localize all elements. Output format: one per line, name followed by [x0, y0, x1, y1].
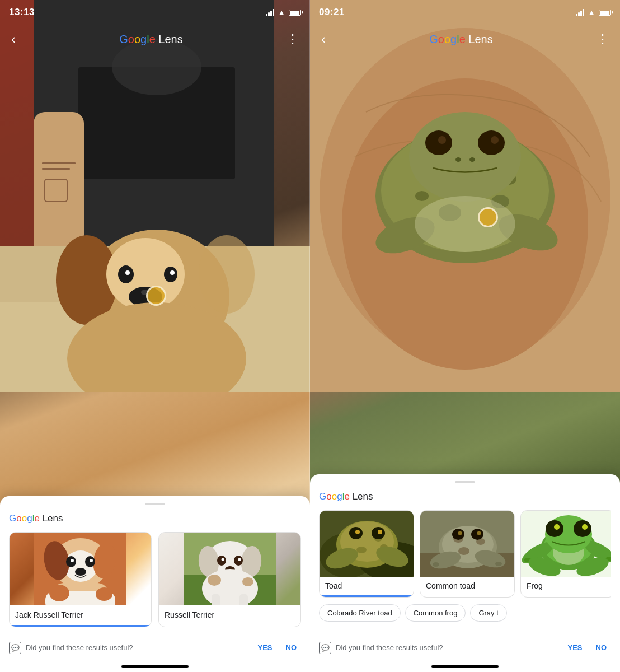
right-back-button[interactable]: ‹: [319, 29, 328, 49]
chip-common-frog[interactable]: Common frog: [405, 604, 466, 622]
right-more-button[interactable]: ⋮: [594, 30, 611, 49]
right-toad-results-row: Toad: [319, 510, 611, 598]
svg-point-101: [495, 562, 502, 566]
frog-image: [521, 511, 611, 577]
svg-point-28: [71, 559, 74, 562]
svg-point-63: [425, 130, 452, 155]
left-status-icons: ▲: [266, 8, 301, 17]
left-feedback-yes[interactable]: YES: [253, 641, 276, 654]
svg-point-115: [554, 524, 560, 530]
jack-russell-label: Jack Russell Terrier: [10, 605, 151, 627]
russell-terrier-label: Russell Terrier: [159, 605, 300, 627]
left-title: Google Lens: [18, 33, 284, 46]
toad-label: Toad: [320, 577, 414, 597]
right-focus-dot: [478, 207, 498, 227]
right-time: 09:21: [319, 7, 345, 18]
svg-point-64: [438, 136, 446, 144]
svg-point-13: [199, 235, 255, 314]
common-toad-label: Common toad: [420, 577, 514, 597]
svg-point-20: [170, 270, 175, 275]
right-status-bar: 09:21 ▲: [310, 0, 620, 25]
frog-label: Frog: [521, 577, 611, 597]
svg-rect-47: [212, 594, 220, 605]
toad-image: [320, 511, 414, 577]
svg-point-100: [433, 562, 439, 567]
left-sheet-title: Google Lens: [9, 513, 301, 524]
svg-point-93: [458, 547, 469, 555]
right-phone-panel: 09:21 ▲ ‹ Google Lens ⋮ Google: [310, 0, 620, 672]
left-more-button[interactable]: ⋮: [284, 30, 301, 49]
left-signal-icon: [266, 9, 274, 16]
svg-point-42: [222, 558, 224, 561]
svg-point-97: [477, 531, 481, 535]
svg-point-31: [75, 568, 86, 576]
svg-point-35: [96, 587, 112, 601]
svg-point-49: [208, 575, 221, 586]
svg-point-67: [455, 157, 461, 162]
svg-point-43: [234, 556, 243, 566]
toad-card[interactable]: Toad: [319, 510, 414, 598]
left-top-bar: ‹ Google Lens ⋮: [0, 25, 310, 54]
right-status-icons: ▲: [576, 8, 611, 17]
right-feedback-yes[interactable]: YES: [563, 641, 586, 654]
jack-russell-image: [10, 533, 151, 605]
left-wifi-icon: ▲: [278, 8, 285, 17]
common-toad-card[interactable]: Common toad: [420, 510, 515, 598]
common-toad-image: [420, 511, 514, 577]
right-top-bar: ‹ Google Lens ⋮: [310, 25, 620, 54]
left-feedback-text: Did you find these results useful?: [26, 643, 248, 652]
left-focus-dot: [146, 286, 166, 306]
svg-rect-5: [34, 112, 84, 258]
svg-rect-7: [42, 168, 70, 170]
russell-terrier-card[interactable]: Russell Terrier: [158, 532, 301, 627]
left-status-bar: 13:13 ▲: [0, 0, 310, 25]
svg-point-71: [415, 196, 515, 252]
chip-gray-t[interactable]: Gray t: [470, 604, 506, 622]
left-feedback-row: 💬 Did you find these results useful? YES…: [0, 641, 310, 654]
right-title: Google Lens: [328, 33, 594, 46]
svg-point-30: [90, 559, 93, 562]
left-home-bar: [121, 665, 189, 668]
svg-point-95: [458, 531, 462, 535]
left-feedback-icon: 💬: [9, 642, 21, 654]
left-sheet-handle: [145, 503, 165, 505]
svg-point-17: [118, 265, 134, 283]
svg-point-41: [217, 556, 226, 566]
panel-divider: [309, 0, 310, 672]
right-battery-icon: [599, 10, 611, 16]
right-feedback-no[interactable]: NO: [591, 641, 612, 654]
jack-russell-card[interactable]: Jack Russell Terrier: [9, 532, 152, 627]
left-feedback-no[interactable]: NO: [281, 641, 302, 654]
svg-point-44: [238, 558, 241, 561]
svg-point-94: [452, 529, 464, 540]
right-home-bar: [431, 665, 499, 668]
svg-rect-48: [239, 594, 248, 605]
left-back-button[interactable]: ‹: [9, 29, 18, 49]
svg-point-19: [164, 267, 177, 282]
svg-point-34: [49, 585, 69, 601]
right-feedback-text: Did you find these results useful?: [336, 643, 558, 652]
svg-point-117: [582, 524, 588, 530]
left-results-row: Jack Russell Terrier: [9, 532, 301, 627]
right-feedback-icon: 💬: [319, 642, 331, 654]
left-battery-icon: [289, 10, 301, 16]
russell-terrier-image: [159, 533, 300, 605]
svg-point-82: [355, 530, 360, 534]
svg-point-79: [356, 547, 367, 553]
svg-point-60: [415, 191, 429, 201]
right-chips-row: Colorado River toad Common frog Gray t: [319, 604, 611, 622]
svg-point-65: [478, 130, 505, 155]
svg-point-18: [125, 270, 130, 275]
left-time: 13:13: [9, 7, 35, 18]
left-phone-panel: 13:13 ▲ ‹ Google Lens ⋮ Google: [0, 0, 310, 672]
svg-point-50: [242, 577, 253, 586]
svg-point-66: [491, 136, 499, 144]
frog-card[interactable]: Frog: [520, 510, 611, 598]
svg-rect-6: [42, 162, 76, 164]
right-sheet-handle: [455, 481, 475, 483]
svg-point-68: [469, 157, 475, 162]
svg-point-84: [378, 530, 382, 534]
right-sheet-title: Google Lens: [319, 491, 611, 502]
chip-colorado-river-toad[interactable]: Colorado River toad: [319, 604, 401, 622]
svg-point-62: [409, 112, 521, 202]
